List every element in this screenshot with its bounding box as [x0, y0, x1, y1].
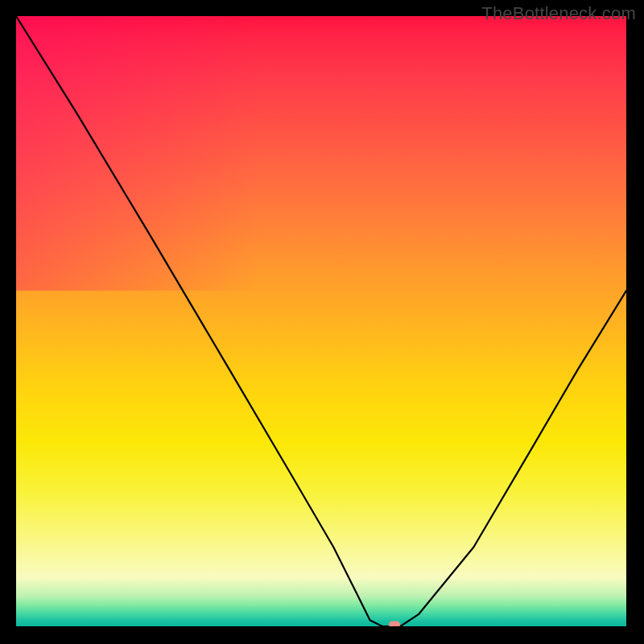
watermark-text: TheBottleneck.com — [481, 3, 636, 24]
bottleneck-curve — [16, 16, 626, 626]
optimal-point-marker — [389, 621, 400, 627]
chart-frame: TheBottleneck.com — [0, 0, 644, 644]
plot-area — [16, 16, 626, 626]
